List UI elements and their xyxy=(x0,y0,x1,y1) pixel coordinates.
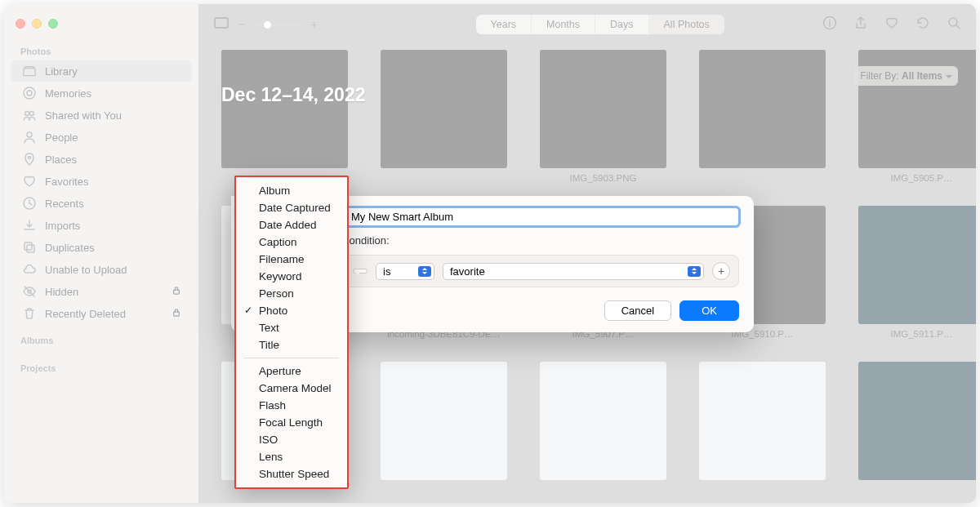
seg-all-photos[interactable]: All Photos xyxy=(649,15,724,34)
dd-item-iso[interactable]: ISO xyxy=(236,431,347,448)
eye-off-icon xyxy=(22,285,37,298)
dd-item-lens[interactable]: Lens xyxy=(236,448,347,465)
search-icon[interactable] xyxy=(947,16,961,33)
add-rule-button[interactable]: + xyxy=(712,262,730,280)
sidebar-item-label: Unable to Upload xyxy=(45,264,127,276)
sidebar-section-projects[interactable]: Projects xyxy=(4,358,198,376)
thumb-item[interactable] xyxy=(221,50,348,183)
dropdown-separator xyxy=(244,358,339,358)
close-window-button[interactable] xyxy=(16,19,25,29)
svg-point-1 xyxy=(24,87,35,99)
sidebar-item-label: Duplicates xyxy=(45,242,95,254)
dd-item-filename[interactable]: Filename xyxy=(236,251,347,268)
seg-days[interactable]: Days xyxy=(595,15,648,34)
sidebar-item-imports[interactable]: Imports xyxy=(11,215,192,236)
rule-attribute-popup[interactable] xyxy=(353,269,368,274)
svg-rect-0 xyxy=(24,68,35,75)
svg-rect-13 xyxy=(215,18,228,28)
sidebar-item-library[interactable]: Library xyxy=(11,60,192,82)
sidebar-item-label: Recently Deleted xyxy=(45,308,126,320)
thumb-item[interactable] xyxy=(699,362,826,480)
dd-item-date-captured[interactable]: Date Captured xyxy=(236,199,347,216)
sidebar-item-memories[interactable]: Memories xyxy=(11,82,192,104)
lock-icon xyxy=(172,308,180,320)
info-icon[interactable] xyxy=(822,16,837,33)
sidebar-item-label: Recents xyxy=(45,198,84,210)
dd-item-photo[interactable]: Photo xyxy=(236,302,347,319)
dd-item-date-added[interactable]: Date Added xyxy=(236,216,347,233)
thumb-item[interactable] xyxy=(540,362,666,480)
album-name-input[interactable] xyxy=(344,207,739,226)
dd-item-camera-model[interactable]: Camera Model xyxy=(236,380,347,397)
thumb-item[interactable] xyxy=(858,362,976,480)
dd-item-album[interactable]: Album xyxy=(236,182,347,199)
sidebar-item-favorites[interactable]: Favorites xyxy=(11,171,192,192)
sidebar-item-label: Places xyxy=(45,153,77,166)
dd-item-text[interactable]: Text xyxy=(236,319,347,336)
dd-item-aperture[interactable]: Aperture xyxy=(236,362,347,380)
rule-operator-popup[interactable]: is xyxy=(376,263,434,280)
thumb-item[interactable]: IMG_5903.PNG xyxy=(540,50,666,183)
sidebar-item-places[interactable]: Places xyxy=(11,149,192,170)
sidebar-item-shared[interactable]: Shared with You xyxy=(11,105,192,126)
svg-rect-8 xyxy=(24,242,32,250)
rule-value-popup[interactable]: favorite xyxy=(443,263,704,280)
duplicates-icon xyxy=(22,241,37,254)
seg-months[interactable]: Months xyxy=(532,15,595,34)
sidebar-item-label: Hidden xyxy=(45,286,78,298)
thumb-item[interactable]: IMG_5911.P… xyxy=(858,206,976,339)
download-icon xyxy=(22,219,37,232)
sidebar-item-recents[interactable]: Recents xyxy=(11,193,192,214)
thumb-item[interactable] xyxy=(381,50,507,183)
zoom-minus[interactable]: − xyxy=(238,17,245,32)
dd-item-title[interactable]: Title xyxy=(236,336,347,354)
ok-button[interactable]: OK xyxy=(679,300,739,321)
svg-point-5 xyxy=(27,132,32,137)
clock-icon xyxy=(22,197,37,210)
dd-item-person[interactable]: Person xyxy=(236,285,347,302)
dd-item-shutter-speed[interactable]: Shutter Speed xyxy=(236,465,347,483)
sidebar-item-label: Shared with You xyxy=(45,109,122,122)
dd-item-flash[interactable]: Flash xyxy=(236,397,347,414)
svg-rect-11 xyxy=(174,290,180,294)
sidebar-item-people[interactable]: People xyxy=(11,127,192,148)
cloud-alert-icon xyxy=(22,263,37,276)
dd-item-keyword[interactable]: Keyword xyxy=(236,268,347,285)
zoom-plus[interactable]: + xyxy=(310,18,317,31)
sidebar-item-label: Library xyxy=(45,65,78,78)
filter-button[interactable]: Filter By: All Items xyxy=(853,66,958,86)
sidebar: Photos Library Memories Shared with You … xyxy=(4,4,198,503)
sidebar-item-label: Imports xyxy=(45,220,80,232)
sidebar-section-albums[interactable]: Albums xyxy=(4,331,198,349)
minimize-window-button[interactable] xyxy=(32,19,42,29)
view-segmented-control: Years Months Days All Photos xyxy=(476,15,724,34)
places-icon xyxy=(22,153,37,166)
zoom-slider[interactable] xyxy=(253,24,302,26)
aspect-icon[interactable] xyxy=(213,16,229,33)
sidebar-section-photos: Photos xyxy=(4,42,198,60)
cancel-button[interactable]: Cancel xyxy=(604,300,671,321)
rotate-icon[interactable] xyxy=(915,16,930,33)
svg-point-6 xyxy=(29,157,31,159)
sidebar-item-unable-upload[interactable]: Unable to Upload xyxy=(11,259,192,280)
seg-years[interactable]: Years xyxy=(476,15,532,34)
share-icon[interactable] xyxy=(853,16,868,33)
svg-rect-9 xyxy=(27,245,34,252)
lock-icon xyxy=(172,286,180,298)
sidebar-item-hidden[interactable]: Hidden xyxy=(11,281,192,302)
sidebar-item-label: Memories xyxy=(45,87,91,100)
dd-item-focal-length[interactable]: Focal Length xyxy=(236,414,347,431)
traffic-lights xyxy=(4,12,198,42)
condition-label: condition: xyxy=(344,234,739,247)
thumb-item[interactable] xyxy=(699,50,826,183)
rule-row: is favorite + xyxy=(344,255,739,287)
memories-icon xyxy=(22,87,37,100)
dd-item-caption[interactable]: Caption xyxy=(236,233,347,251)
fullscreen-window-button[interactable] xyxy=(48,19,58,29)
favorite-icon[interactable] xyxy=(884,16,899,33)
sidebar-item-duplicates[interactable]: Duplicates xyxy=(11,237,192,258)
heart-icon xyxy=(22,175,37,188)
toolbar: − + Years Months Days All Photos xyxy=(198,4,976,45)
thumb-item[interactable] xyxy=(381,362,507,480)
sidebar-item-recently-deleted[interactable]: Recently Deleted xyxy=(11,303,192,324)
